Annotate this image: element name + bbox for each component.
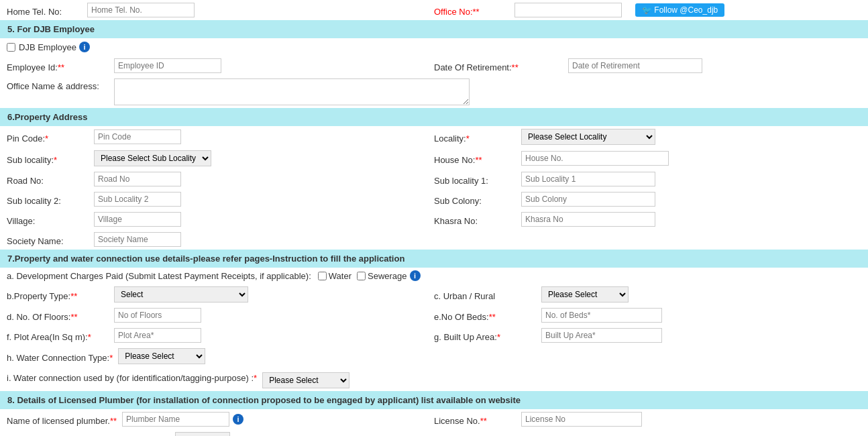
water-label: Water (329, 271, 351, 281)
form-container: Home Tel. No: Office No:** 🐦 Follow @Ceo… (0, 0, 868, 436)
sublocality2-label: Sub locality 2: (7, 193, 94, 206)
section8-header: 8. Details of Licensed Plumber (for inst… (0, 391, 868, 409)
retirement-input[interactable] (568, 58, 702, 73)
pincode-label: Pin Code:* (7, 131, 94, 144)
plot-area-label: f. Plot Area(In Sq m):* (7, 329, 114, 342)
choose-file-cell: Choose File No file chosen (175, 432, 290, 436)
urban-rural-label: c. Urban / Rural (434, 288, 541, 301)
khasra-input[interactable] (521, 212, 655, 227)
water-conn-type-row: h. Water Connection Type:* Please Select (0, 345, 868, 367)
water-checkbox[interactable] (318, 272, 327, 280)
license-no-input[interactable] (521, 412, 642, 427)
license-no-label: License No.** (434, 413, 521, 426)
locality-select[interactable]: Please Select Locality (521, 129, 655, 145)
floors-beds-row: d. No. Of Floors:** e.No Of Beds:** (0, 305, 868, 325)
retirement-label: Date Of Retirement:** (434, 60, 568, 72)
plumber-name-label: Name of licensed plumber.** (7, 413, 122, 426)
employee-id-row: Employee Id:** Date Of Retirement:** (0, 56, 868, 76)
property-type-label: b.Property Type:** (7, 288, 114, 301)
sublocality1-input[interactable] (521, 172, 655, 186)
water-conn-used-label: i. Water connection used by (for identif… (7, 370, 262, 384)
property-type-row: b.Property Type:** Select c. Urban / Rur… (0, 284, 868, 305)
plot-area-input[interactable] (114, 328, 201, 343)
pincode-locality-row: Pin Code:* Locality:* Please Select Loca… (0, 126, 868, 148)
choose-file-button[interactable]: Choose File (175, 432, 230, 436)
section5-body: DJB Employee i Employee Id:** Date Of Re… (0, 38, 868, 108)
builtup-area-input[interactable] (541, 328, 662, 343)
top-header-row: Home Tel. No: Office No:** 🐦 Follow @Ceo… (0, 0, 868, 20)
office-no-label: Office No:** (434, 4, 514, 17)
djb-employee-label: DJB Employee (19, 42, 76, 52)
society-row: Society Name: (0, 229, 868, 250)
confirmation-letter-row: Confirmation Letter of Licensed Plumber*… (0, 429, 868, 436)
builtup-area-label: g. Built Up Area:* (434, 329, 541, 342)
pincode-input[interactable] (94, 129, 181, 144)
roadno-sublocality1-row: Road No: Sub locality 1: (0, 169, 868, 189)
property-type-select[interactable]: Select (114, 286, 248, 303)
subcolony-label: Sub Colony: (434, 193, 521, 206)
section8-body: Name of licensed plumber.** i License No… (0, 409, 868, 436)
djb-employee-checkbox[interactable] (7, 43, 15, 52)
dev-charges-label: a. Development Charges Paid (Submit Late… (7, 271, 311, 281)
home-tel-input[interactable] (87, 3, 195, 17)
roadno-input[interactable] (94, 172, 181, 186)
office-no-input[interactable] (514, 3, 622, 17)
society-label: Society Name: (7, 233, 94, 246)
employee-id-label: Employee Id:** (7, 60, 114, 72)
section7-body: a. Development Charges Paid (Submit Late… (0, 268, 868, 391)
village-khasra-row: Village: Khasra No: (0, 209, 868, 229)
sublocality1-label: Sub locality 1: (434, 173, 521, 186)
society-input[interactable] (94, 232, 181, 247)
khasra-label: Khasra No: (434, 213, 521, 226)
subcolony-input[interactable] (521, 192, 655, 207)
section5-header: 5. For DJB Employee (0, 20, 868, 38)
office-name-textarea[interactable] (114, 78, 470, 105)
section6-body: Pin Code:* Locality:* Please Select Loca… (0, 126, 868, 250)
confirmation-label: Confirmation Letter of Licensed Plumber*… (7, 433, 175, 437)
water-conn-type-label: h. Water Connection Type:* (7, 350, 118, 363)
twitter-button[interactable]: 🐦 Follow @Ceo_djb (635, 3, 724, 17)
locality-label: Locality:* (434, 131, 521, 144)
plot-builtup-row: f. Plot Area(In Sq m):* g. Built Up Area… (0, 325, 868, 345)
sewerage-checkbox[interactable] (357, 272, 366, 280)
urban-rural-select[interactable]: Please Select (541, 286, 629, 303)
djb-checkbox-row: DJB Employee i (0, 38, 868, 56)
floors-input[interactable] (114, 308, 201, 323)
water-conn-used-select[interactable]: Please Select (262, 372, 349, 388)
plumber-info-icon[interactable]: i (233, 414, 243, 425)
water-conn-type-select[interactable]: Please Select (118, 348, 205, 364)
employee-id-input[interactable] (114, 58, 221, 73)
sublocality2-input[interactable] (94, 192, 181, 207)
beds-label: e.No Of Beds:** (434, 309, 541, 322)
section6-header: 6.Property Address (0, 108, 868, 126)
home-tel-label: Home Tel. No: (7, 4, 87, 17)
floors-label: d. No. Of Floors:** (7, 309, 114, 322)
office-name-label: Office Name & address: (7, 78, 114, 91)
sewerage-label: Sewerage (368, 271, 407, 281)
village-label: Village: (7, 213, 94, 226)
houseno-label: House No:** (434, 152, 521, 165)
beds-input[interactable] (541, 308, 662, 323)
water-conn-used-row: i. Water connection used by (for identif… (0, 367, 868, 391)
roadno-label: Road No: (7, 173, 94, 186)
section7-header: 7.Property and water connection use deta… (0, 250, 868, 268)
sublocality-select[interactable]: Please Select Sub Locality (94, 150, 211, 166)
sublocality-label: Sub locality:* (7, 152, 94, 165)
houseno-input[interactable] (521, 151, 669, 166)
office-name-row: Office Name & address: (0, 76, 868, 108)
plumber-name-input[interactable] (122, 412, 229, 427)
sublocality2-subcolony-row: Sub locality 2: Sub Colony: (0, 189, 868, 209)
djb-info-icon[interactable]: i (79, 42, 90, 52)
dev-charges-row: a. Development Charges Paid (Submit Late… (0, 268, 868, 284)
village-input[interactable] (94, 212, 181, 227)
sublocality-houseno-row: Sub locality:* Please Select Sub Localit… (0, 148, 868, 169)
plumber-license-row: Name of licensed plumber.** i License No… (0, 409, 868, 429)
sewerage-info-icon[interactable]: i (410, 270, 421, 281)
